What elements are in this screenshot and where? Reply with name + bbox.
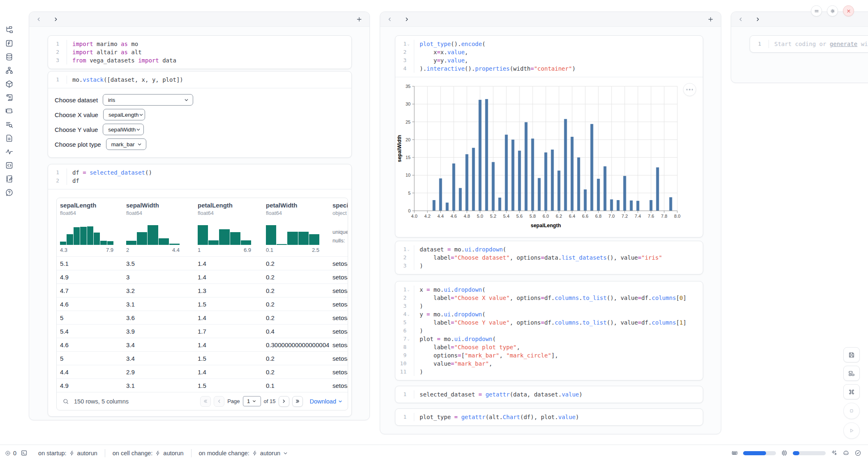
check-circle-icon[interactable]: [854, 449, 861, 456]
code-line: 1 mo.vstack([dataset, x, y, plot]): [48, 76, 351, 84]
save-button[interactable]: [843, 347, 860, 362]
cell-new-empty-code[interactable]: 1 Start coding or generate with AI: [750, 36, 868, 52]
svg-text:7.2: 7.2: [621, 214, 628, 219]
svg-text:6.4: 6.4: [569, 214, 575, 219]
ai-chat-icon[interactable]: [0, 104, 18, 118]
add-cell-icon[interactable]: [355, 15, 364, 24]
code-text: selected_dataset = getattr(data, dataset…: [414, 390, 582, 399]
logs-search-icon[interactable]: [0, 118, 18, 131]
table-column-header[interactable]: petalLengthfloat6416.9: [194, 198, 263, 256]
table-row[interactable]: 4.42.91.40.2setosa: [57, 365, 348, 378]
page-label: Page: [227, 398, 240, 404]
dropdown-select-mark_bar[interactable]: mark_bar: [106, 138, 146, 150]
command-palette-button[interactable]: [843, 384, 860, 399]
dropdown-select-iris[interactable]: iris: [103, 94, 193, 106]
functions-icon[interactable]: [0, 37, 18, 50]
sparkles-icon[interactable]: [831, 449, 838, 456]
memory-icon: [731, 449, 738, 456]
error-indicator[interactable]: 0: [5, 450, 16, 456]
activity-icon[interactable]: [0, 145, 18, 159]
column-prev-icon[interactable]: [32, 13, 45, 25]
scratchpad-icon[interactable]: [0, 172, 18, 186]
cell-selected-dataset-code[interactable]: 1 selected_dataset = getattr(data, datas…: [395, 386, 703, 403]
table-footer: 150 rows, 5 columnsPage1of 15Download: [57, 392, 348, 410]
table-row[interactable]: 4.931.40.2setosa: [57, 270, 348, 284]
cell-xy-plot-dropdowns-code[interactable]: 1⌄x = mo.ui.dropdown(2 label="Choose X v…: [395, 281, 703, 380]
run-button[interactable]: [843, 422, 860, 439]
close-button[interactable]: [843, 5, 854, 16]
dropdown-row: Choose plot typemark_bar: [55, 138, 351, 150]
table-column-header[interactable]: sepalWidthfloat6424.4: [123, 198, 194, 256]
search-icon[interactable]: [62, 398, 69, 405]
runtime-setting-3[interactable]: on module change:autorun: [199, 450, 289, 456]
table-row[interactable]: 53.41.50.2setosa: [57, 351, 348, 365]
download-link[interactable]: Download: [310, 398, 343, 405]
table-row[interactable]: 5.43.91.70.4setosa: [57, 324, 348, 338]
cell-vstack-code[interactable]: 1 mo.vstack([dataset, x, y, plot]): [48, 71, 351, 88]
column-prev-icon[interactable]: [383, 13, 396, 25]
code-text: x = mo.ui.dropdown(: [414, 286, 485, 294]
column-name: sepalWidth: [126, 201, 194, 210]
add-cell-icon[interactable]: [706, 15, 715, 24]
runtime-setting-1[interactable]: on startup:autorun: [38, 450, 97, 456]
dropdown-select-sepalWidth[interactable]: sepalWidth: [103, 124, 144, 135]
window-buttons: [811, 5, 854, 16]
table-column-header[interactable]: speciesobjectunique:nulls:: [329, 198, 348, 256]
code-text: x=x.value,: [414, 48, 468, 56]
cell-plot-output: 4.04.24.44.64.85.05.25.45.65.86.06.26.46…: [395, 77, 703, 237]
dropdown-row: Choose Y valuesepalWidth: [55, 124, 351, 135]
stop-button[interactable]: [843, 403, 860, 419]
line-number: 2: [395, 48, 414, 56]
first-page-button[interactable]: [200, 396, 211, 407]
cell-dataset-dropdown-code[interactable]: 1⌄dataset = mo.ui.dropdown(2 label="Choo…: [395, 241, 703, 274]
cell-imports-code[interactable]: 1 import marimo as mo2 import altair as …: [48, 36, 351, 69]
table-cell: setosa: [329, 301, 348, 308]
bar-chart[interactable]: 4.04.24.44.64.85.05.25.45.65.86.06.26.46…: [395, 77, 704, 235]
next-page-button[interactable]: [279, 396, 289, 407]
table-cell: setosa: [329, 341, 348, 348]
document-icon[interactable]: [0, 131, 18, 145]
cell-plot-type-code[interactable]: 1 plot_type = getattr(alt.Chart(df), plo…: [395, 409, 703, 425]
table-row[interactable]: 5.13.51.40.2setosa: [57, 256, 348, 270]
chart-actions-icon[interactable]: [683, 83, 696, 96]
code-text: y = mo.ui.dropdown(: [414, 310, 485, 318]
terminal-icon[interactable]: [21, 449, 28, 456]
runtime-setting-2[interactable]: on cell change:autorun: [113, 450, 184, 456]
copilot-icon[interactable]: [843, 449, 850, 456]
prev-page-button[interactable]: [214, 396, 224, 407]
table-column-header[interactable]: petalWidthfloat640.12.5: [263, 198, 329, 256]
column-next-icon[interactable]: [50, 13, 62, 25]
table-cell: 5.4: [57, 328, 123, 335]
table-row[interactable]: 4.93.11.50.1setosa: [57, 378, 348, 392]
table-cell: 3.4: [123, 341, 194, 348]
line-number: 7⌄: [395, 335, 414, 343]
layout-grid-button[interactable]: [843, 366, 860, 381]
table-row[interactable]: 4.73.21.30.2setosa: [57, 284, 348, 297]
dependency-graph-icon[interactable]: [0, 64, 18, 77]
column-next-icon[interactable]: [752, 13, 764, 25]
table-column-header[interactable]: sepalLengthfloat644.37.9: [57, 198, 123, 256]
code-text: ).interactive().properties(width="contai…: [414, 65, 575, 73]
snippets-icon[interactable]: [0, 159, 18, 172]
table-row[interactable]: 53.61.40.2setosa: [57, 311, 348, 324]
dropdown-select-sepalLength[interactable]: sepalLength: [103, 109, 145, 120]
cell-dataframe-code[interactable]: 1 df = selected_dataset()2 df: [48, 164, 351, 189]
last-page-button[interactable]: [292, 396, 303, 407]
settings-button[interactable]: [827, 5, 838, 16]
file-tree-icon[interactable]: [0, 23, 18, 37]
database-icon[interactable]: [0, 50, 18, 64]
help-icon[interactable]: [0, 186, 18, 199]
table-row[interactable]: 4.63.41.40.30000000000000004setosa: [57, 338, 348, 351]
svg-text:15: 15: [406, 155, 411, 160]
menu-button[interactable]: [811, 5, 822, 16]
column-next-icon[interactable]: [401, 13, 413, 25]
svg-text:5.2: 5.2: [490, 214, 496, 219]
package-icon[interactable]: [0, 77, 18, 91]
column-prev-icon[interactable]: [734, 13, 747, 25]
table-row[interactable]: 4.63.11.50.2setosa: [57, 297, 348, 311]
code-text: import marimo as mo: [67, 40, 138, 48]
page-select[interactable]: 1: [243, 396, 261, 406]
script-icon[interactable]: [0, 91, 18, 104]
cell-plot-code[interactable]: 1⌄plot_type().encode(2 x=x.value,3 y=y.v…: [395, 36, 703, 77]
table-cell: 3.1: [123, 301, 194, 308]
